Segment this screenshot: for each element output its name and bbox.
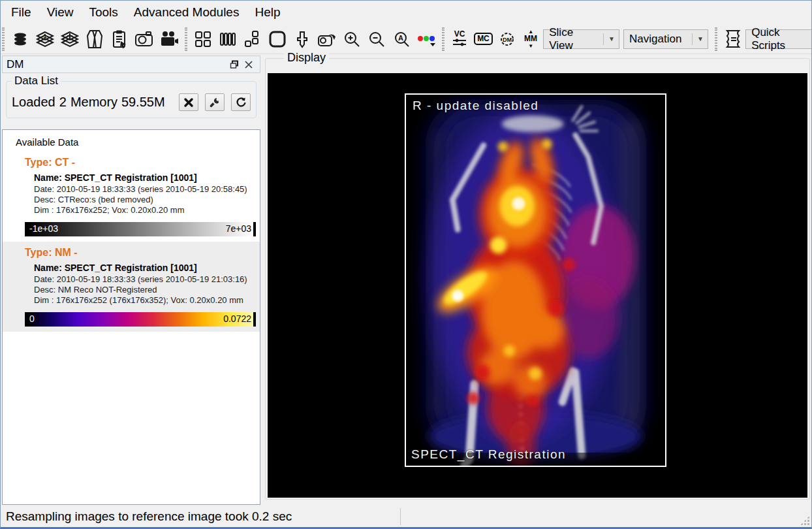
toolbar-drag-handle[interactable] bbox=[715, 27, 717, 51]
add-layer-icon[interactable] bbox=[58, 27, 82, 52]
zoom-out-icon[interactable] bbox=[365, 27, 388, 52]
main-area: DM Data List Loaded 2 Memory 59.55M bbox=[1, 56, 811, 506]
clipboard-icon[interactable] bbox=[108, 27, 131, 52]
quick-scripts-label: Quick Scripts bbox=[751, 26, 812, 52]
loaded-label: Loaded bbox=[12, 95, 55, 110]
menu-advanced-modules[interactable]: Advanced Modules bbox=[126, 3, 247, 22]
zoom-in-icon[interactable] bbox=[340, 27, 364, 52]
toolbar-group-scripts: Quick Scripts ▼ bbox=[719, 27, 812, 52]
mm-tool-icon[interactable]: ▲MM▼ bbox=[520, 27, 542, 52]
menu-file[interactable]: File bbox=[3, 3, 39, 22]
volume-render-frame[interactable]: R - update disabled SPECT_CT Registratio… bbox=[405, 93, 666, 467]
status-message: Resampling images to reference image too… bbox=[1, 509, 292, 524]
clear-all-button[interactable] bbox=[179, 93, 198, 111]
chevron-down-icon: ▼ bbox=[603, 33, 615, 45]
menu-help[interactable]: Help bbox=[247, 3, 288, 22]
entry-desc: Desc: NM Reco NOT-Registered bbox=[34, 285, 256, 295]
render-viewport[interactable]: R - update disabled SPECT_CT Registratio… bbox=[268, 73, 807, 498]
svg-text:A: A bbox=[398, 34, 403, 42]
script-icon[interactable] bbox=[721, 27, 744, 52]
dm-panel-title: DM bbox=[7, 58, 23, 71]
toolbar: 1 bbox=[1, 24, 811, 54]
colorbar-max-value: 7e+03 bbox=[226, 223, 251, 234]
toolbar-drag-handle[interactable] bbox=[442, 27, 445, 51]
entry-desc: Desc: CTReco:s (bed removed) bbox=[34, 195, 256, 205]
colorbar-min-value: -1e+03 bbox=[29, 223, 58, 234]
entry-dim: Dim : 176x176x252 (176x176x352); Vox: 0.… bbox=[34, 295, 256, 306]
slice-view-dropdown[interactable]: Slice View ▼ bbox=[543, 29, 619, 49]
mc-label: MC bbox=[477, 35, 490, 42]
rotate-view-icon[interactable] bbox=[315, 27, 339, 52]
svg-text:DM: DM bbox=[503, 37, 512, 43]
movie-icon[interactable] bbox=[157, 27, 181, 52]
loaded-count: 2 bbox=[59, 95, 67, 110]
render-status-overlay: R - update disabled bbox=[413, 99, 539, 113]
layout-mixed-icon[interactable] bbox=[241, 27, 264, 52]
entry-name: Name: SPECT_CT Registration [1001] bbox=[34, 262, 256, 274]
toolbar-group-data: 1 bbox=[6, 27, 183, 52]
data-list-groupbox: Data List Loaded 2 Memory 59.55M bbox=[6, 81, 257, 118]
entry-dim: Dim : 176x176x252; Vox: 0.20x0.20 mm bbox=[34, 205, 256, 216]
entry-name: Name: SPECT_CT Registration [1001] bbox=[34, 172, 256, 184]
rgb-channels-icon[interactable] bbox=[414, 27, 438, 52]
colorbar-max-value: 0.0722 bbox=[223, 313, 251, 324]
dm-tool-icon[interactable]: DM bbox=[496, 27, 518, 52]
toolbar-group-tools: VC MC DM ▲MM▼ Slice View ▼ Navigation ▼ bbox=[446, 27, 713, 52]
colorbar-min-value: 0 bbox=[29, 313, 35, 324]
memory-label: Memory bbox=[70, 95, 117, 110]
entry-type-label[interactable]: Type: CT - bbox=[25, 157, 256, 168]
float-panel-icon[interactable] bbox=[227, 58, 242, 71]
colorbar-max-handle[interactable] bbox=[253, 222, 256, 236]
vc-tool-icon[interactable]: VC bbox=[448, 27, 471, 52]
resize-grip[interactable] bbox=[800, 516, 809, 525]
slice-view-label: Slice View bbox=[549, 26, 597, 52]
colorbar-max-handle[interactable] bbox=[253, 312, 256, 327]
database-icon[interactable] bbox=[8, 27, 32, 52]
vc-label: VC bbox=[454, 31, 465, 38]
statusbar: Resampling images to reference image too… bbox=[1, 506, 811, 527]
toolbar-group-view: A bbox=[189, 27, 441, 52]
dm-panel-header: DM bbox=[2, 56, 260, 73]
layout-columns-icon[interactable] bbox=[216, 27, 240, 52]
menubar: File View Tools Advanced Modules Help bbox=[1, 1, 811, 24]
dm-dock-panel: DM Data List Loaded 2 Memory 59.55M bbox=[2, 56, 260, 505]
data-entry-nm[interactable]: Type: NM - Name: SPECT_CT Registration [… bbox=[3, 242, 260, 332]
memory-value: 59.55M bbox=[121, 95, 165, 110]
menu-tools[interactable]: Tools bbox=[81, 3, 125, 22]
load-layer-icon[interactable]: 1 bbox=[33, 27, 57, 52]
nm-colorbar[interactable]: 0 0.0722 bbox=[25, 312, 256, 327]
entry-date: Date: 2010-05-19 18:33:33 (series 2010-0… bbox=[34, 184, 256, 195]
toolbar-drag-handle[interactable] bbox=[185, 27, 187, 51]
data-list-title: Data List bbox=[12, 74, 61, 88]
spect-ct-volume-render bbox=[406, 95, 665, 466]
mc-tool-icon[interactable]: MC bbox=[472, 27, 494, 52]
menu-view[interactable]: View bbox=[39, 3, 82, 22]
display-title: Display bbox=[284, 51, 329, 65]
camera-icon[interactable] bbox=[133, 27, 156, 52]
navigation-dropdown[interactable]: Navigation ▼ bbox=[623, 29, 708, 49]
display-groupbox: Display bbox=[265, 58, 810, 500]
close-icon[interactable] bbox=[242, 58, 256, 71]
mm-label: MM bbox=[524, 35, 537, 42]
toolbar-drag-handle[interactable] bbox=[2, 27, 5, 51]
available-data-title: Available Data bbox=[3, 130, 260, 152]
layout-single-icon[interactable] bbox=[266, 27, 289, 52]
render-name-overlay: SPECT_CT Registration bbox=[411, 447, 566, 462]
data-entry-ct[interactable]: Type: CT - Name: SPECT_CT Registration [… bbox=[3, 152, 260, 242]
reload-button[interactable] bbox=[231, 93, 251, 111]
quick-scripts-dropdown[interactable]: Quick Scripts ▼ bbox=[745, 29, 812, 49]
status-divider bbox=[400, 508, 401, 525]
layout-grid-icon[interactable] bbox=[191, 27, 215, 52]
zoom-auto-icon[interactable]: A bbox=[390, 27, 413, 52]
navigation-label: Navigation bbox=[629, 33, 681, 46]
suit-icon[interactable] bbox=[83, 27, 106, 52]
entry-date: Date: 2010-05-19 18:33:33 (series 2010-0… bbox=[34, 274, 256, 285]
svg-text:1: 1 bbox=[43, 33, 46, 39]
available-data-list: Available Data Type: CT - Name: SPECT_CT… bbox=[2, 129, 260, 505]
tools-button[interactable] bbox=[205, 93, 225, 111]
ct-colorbar[interactable]: -1e+03 7e+03 bbox=[25, 222, 256, 236]
pin-icon[interactable] bbox=[290, 27, 314, 52]
entry-type-label[interactable]: Type: NM - bbox=[25, 247, 256, 259]
chevron-down-icon: ▼ bbox=[692, 33, 704, 45]
